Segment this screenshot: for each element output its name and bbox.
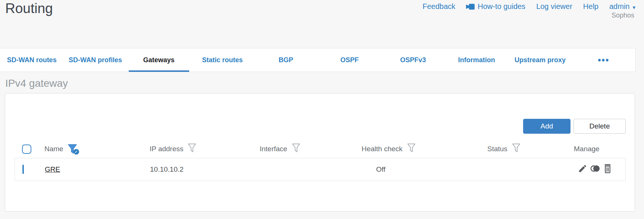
- filter-check-badge: ✓: [74, 149, 79, 155]
- filter-funnel-icon[interactable]: [512, 143, 520, 155]
- add-button[interactable]: Add: [523, 119, 570, 134]
- tab-ospfv3[interactable]: OSPFv3: [381, 48, 445, 72]
- ipv4-gateway-card: Add Delete Name ✓ IP address Inte: [5, 93, 635, 212]
- tab-information[interactable]: Information: [445, 48, 508, 72]
- log-viewer-link[interactable]: Log viewer: [536, 2, 572, 11]
- tab-gateways[interactable]: Gateways: [127, 48, 191, 72]
- column-header-health-check: Health check: [362, 145, 403, 153]
- tab-sd-wan-profiles[interactable]: SD-WAN profiles: [63, 48, 127, 72]
- tab-ospf[interactable]: OSPF: [318, 48, 381, 72]
- filter-funnel-icon[interactable]: [407, 143, 416, 155]
- row-checkbox[interactable]: [22, 165, 24, 174]
- clone-icon[interactable]: [590, 164, 601, 175]
- filter-funnel-icon[interactable]: [292, 143, 300, 155]
- column-header-status: Status: [487, 145, 507, 153]
- table-row-gre: GRE 10.10.10.2 Off: [15, 158, 626, 181]
- gateway-table: Name ✓ IP address Interface Health ch: [15, 140, 626, 181]
- filter-funnel-icon-active[interactable]: ✓: [68, 144, 77, 154]
- filter-funnel-icon[interactable]: [188, 143, 196, 155]
- brand-label: Sophos: [612, 12, 634, 19]
- user-menu-label: admin: [609, 2, 629, 11]
- delete-button[interactable]: Delete: [573, 119, 626, 134]
- tab-bgp[interactable]: BGP: [254, 48, 318, 72]
- gateway-name-link[interactable]: GRE: [45, 165, 60, 173]
- more-tabs-button[interactable]: •••: [572, 48, 635, 72]
- howto-guides-label: How-to guides: [478, 2, 525, 11]
- select-all-checkbox[interactable]: [22, 145, 31, 154]
- gateway-health-check-value: Off: [362, 165, 488, 174]
- user-menu[interactable]: admin ▾: [609, 2, 635, 11]
- edit-pencil-icon[interactable]: [578, 164, 587, 175]
- help-link[interactable]: Help: [583, 2, 598, 11]
- column-header-manage: Manage: [574, 145, 600, 153]
- table-header-row: Name ✓ IP address Interface Health ch: [15, 140, 626, 158]
- caret-down-icon: ▾: [632, 3, 635, 10]
- column-header-name: Name: [44, 145, 63, 153]
- gateway-ip-value: 10.10.10.2: [150, 165, 260, 174]
- routing-tabbar: SD-WAN routes SD-WAN profiles Gateways S…: [0, 48, 636, 72]
- tab-static-routes[interactable]: Static routes: [191, 48, 254, 72]
- section-heading: IPv4 gateway: [5, 77, 68, 90]
- trash-icon[interactable]: [603, 164, 612, 175]
- feedback-link[interactable]: Feedback: [422, 2, 455, 11]
- video-camera-icon: [466, 4, 475, 10]
- utility-nav: Feedback How-to guides Log viewer Help a…: [422, 2, 635, 11]
- page-title: Routing: [5, 0, 53, 17]
- howto-guides-link[interactable]: How-to guides: [466, 2, 525, 11]
- column-header-ip-address: IP address: [150, 145, 183, 153]
- column-header-interface: Interface: [260, 145, 287, 153]
- tab-upstream-proxy[interactable]: Upstream proxy: [508, 48, 572, 72]
- tab-sd-wan-routes[interactable]: SD-WAN routes: [0, 48, 63, 72]
